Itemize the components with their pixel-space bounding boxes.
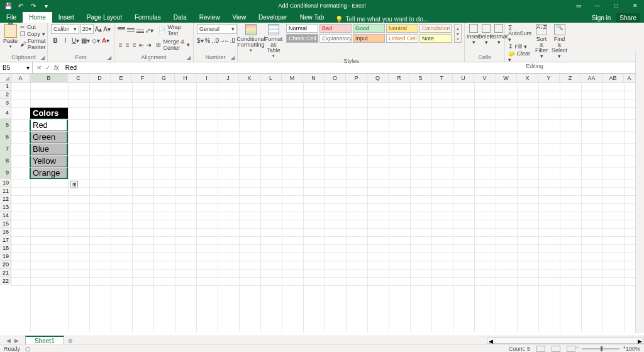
cell-styles-gallery[interactable]: Normal Bad Good Neutral Calculation Chec… [286,24,452,43]
new-sheet-button[interactable]: ⊕ [64,338,77,344]
row-header[interactable]: 22 [0,277,11,285]
format-as-table-button[interactable]: Format as Table ▾ [264,24,284,58]
increase-font-icon[interactable]: A▴ [95,25,103,33]
percent-format-icon[interactable]: % [205,36,211,45]
col-header[interactable]: L [260,74,282,82]
cell-grid[interactable]: /*remaining gridlines drawn below by JS*… [11,82,644,332]
qat-customize-icon[interactable]: ▾ [42,1,50,10]
col-header-A[interactable]: A [11,74,30,82]
enter-formula-icon[interactable]: ✓ [45,64,50,71]
cell-B4[interactable]: Colors [30,107,68,119]
col-header[interactable]: S [410,74,431,82]
row-header[interactable]: 19 [0,253,11,261]
col-header[interactable]: Y [538,74,560,82]
font-name-select[interactable]: Calibri▾ [51,24,79,34]
col-header[interactable]: P [346,74,367,82]
tab-home[interactable]: Home [23,12,52,23]
autosum-button[interactable]: ∑ AutoSum ▾ [508,24,531,43]
minimize-icon[interactable]: — [589,0,606,11]
col-header[interactable]: AB [602,74,624,82]
decrease-indent-icon[interactable]: ⇤ [138,40,144,49]
view-page-layout-icon[interactable] [552,346,560,352]
merge-center-button[interactable]: ⊞ Merge & Center ▾ [156,38,190,51]
row-header[interactable]: 17 [0,236,11,244]
col-header[interactable]: E [111,74,132,82]
increase-indent-icon[interactable]: ⇥ [145,40,151,49]
paste-button[interactable]: Paste ▾ [3,24,18,50]
style-good[interactable]: Good [353,24,385,33]
tab-review[interactable]: Review [193,12,226,23]
col-header[interactable]: J [218,74,239,82]
col-header[interactable]: R [389,74,410,82]
number-format-select[interactable]: General▾ [197,24,237,34]
style-linked-cell[interactable]: Linked Cell [386,34,418,43]
style-normal[interactable]: Normal [286,24,318,33]
tab-developer[interactable]: Developer [252,12,294,23]
col-header[interactable]: X [517,74,538,82]
cell-B5[interactable]: Red [30,119,68,131]
row-header[interactable]: 10 [0,179,11,187]
copy-button[interactable]: ❐Copy ▾ [20,31,46,37]
col-header[interactable]: Q [367,74,389,82]
view-normal-icon[interactable] [536,346,545,352]
tab-formulas[interactable]: Formulas [128,12,167,23]
ribbon-options-icon[interactable]: ▭ [570,0,587,11]
cell-styles-expand[interactable]: ▴▾≡ [454,24,462,43]
row-header[interactable]: 5 [0,119,11,131]
col-header[interactable]: K [239,74,260,82]
tab-nav-prev-icon[interactable]: ◀ [6,338,11,344]
fx-icon[interactable]: fx [54,64,63,71]
orientation-icon[interactable]: ⤢▾ [145,26,153,35]
col-header[interactable]: D [89,74,111,82]
col-header[interactable]: C [68,74,89,82]
accounting-format-icon[interactable]: $▾ [197,36,204,45]
row-header[interactable]: 6 [0,131,11,143]
style-calculation[interactable]: Calculation [419,24,452,33]
format-painter-button[interactable]: 🖌Format Painter [20,38,46,50]
redo-icon[interactable]: ↷ [29,1,38,10]
row-header[interactable]: 20 [0,261,11,269]
row-header[interactable]: 2 [0,91,11,99]
wrap-text-button[interactable]: 📄 Wrap Text [158,24,190,37]
row-header[interactable]: 8 [0,155,11,167]
decrease-decimal-icon[interactable]: ←.0 [225,36,234,45]
cell-B7[interactable]: Blue [30,143,68,155]
style-explanatory[interactable]: Explanatory ... [319,34,352,43]
decrease-font-icon[interactable]: A▾ [103,25,111,33]
dialog-launcher-icon[interactable]: ◢ [186,54,192,60]
style-neutral[interactable]: Neutral [386,24,418,33]
align-center-icon[interactable]: ≡ [125,40,130,49]
style-check-cell[interactable]: Check Cell [286,34,318,43]
tab-insert[interactable]: Insert [52,12,80,23]
row-header[interactable]: 3 [0,99,11,107]
font-size-select[interactable]: 20▾ [80,24,94,34]
clear-button[interactable]: 🧽 Clear ▾ [508,50,531,63]
col-header[interactable]: G [153,74,175,82]
col-header[interactable]: T [431,74,453,82]
row-header[interactable]: 9 [0,167,11,179]
col-header[interactable]: F [132,74,153,82]
dialog-launcher-icon[interactable]: ◢ [40,54,46,60]
vertical-scrollbar[interactable] [635,52,644,333]
fill-button[interactable]: ↧ Fill ▾ [508,43,531,50]
cell-B8[interactable]: Yellow [30,155,68,167]
align-middle-icon[interactable] [127,26,135,35]
undo-icon[interactable]: ↶ [16,1,25,10]
col-header[interactable]: Z [560,74,581,82]
zoom-level[interactable]: 100% [626,346,640,352]
cell-B9[interactable]: Orange [30,167,68,179]
col-header[interactable]: U [453,74,474,82]
row-header[interactable]: 4 [0,107,11,119]
sort-filter-button[interactable]: A↓ZSort & Filter▾ [535,24,548,63]
col-header[interactable]: H [175,74,196,82]
style-input[interactable]: Input [353,34,385,43]
row-header[interactable]: 13 [0,203,11,212]
row-header[interactable]: 11 [0,187,11,195]
align-top-icon[interactable] [118,26,126,35]
col-header-B[interactable]: B [30,74,68,82]
align-left-icon[interactable]: ≡ [118,40,123,49]
maximize-icon[interactable]: □ [608,0,625,11]
fill-color-button[interactable]: ◇▾ [91,36,100,45]
cell-B6[interactable]: Green [30,131,68,143]
cut-button[interactable]: ✂Cut [20,24,46,30]
